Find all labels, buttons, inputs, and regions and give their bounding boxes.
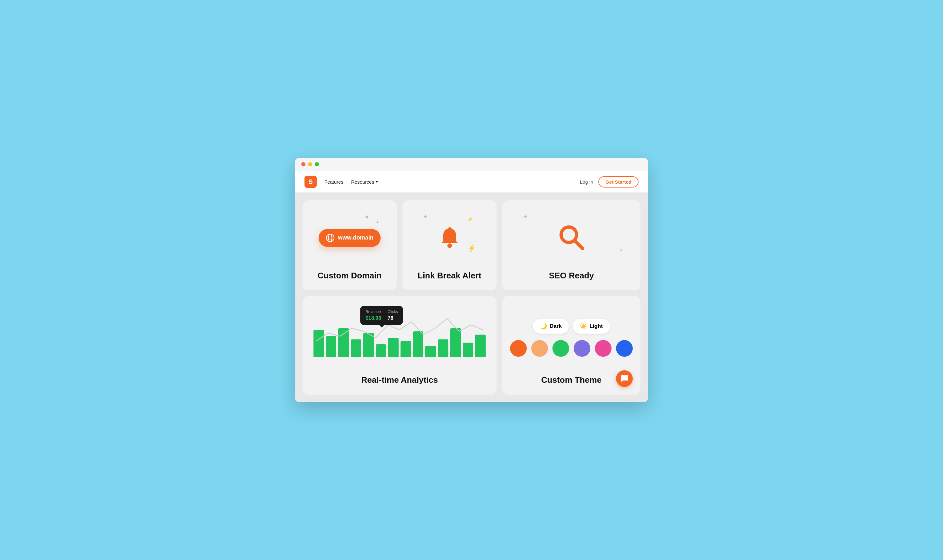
light-label: Light — [589, 323, 603, 329]
theme-content: 🌙 Dark ☀️ Light — [510, 306, 633, 370]
nav-left: S Features Resources — [305, 175, 378, 188]
custom-domain-icon-area: ✦ ✦ www.domain — [310, 210, 389, 266]
maximize-button[interactable] — [315, 162, 319, 166]
analytics-tooltip: Revenue $18.98 Clicks 78 — [360, 306, 403, 325]
chart-container: Revenue $18.98 Clicks 78 — [310, 306, 489, 370]
tooltip-clicks-col: Clicks 78 — [388, 309, 398, 321]
seo-icon-area: ✦ ✦ — [510, 210, 633, 266]
nav-right: Log In Get Started — [580, 176, 638, 188]
swatch-pink[interactable] — [595, 340, 612, 357]
theme-buttons: 🌙 Dark ☀️ Light — [533, 319, 609, 334]
link-break-icon-area: ✦ ⚡ ⚡ — [410, 210, 489, 266]
bar-5 — [363, 333, 374, 357]
custom-domain-title: Custom Domain — [318, 271, 382, 281]
chevron-down-icon — [375, 181, 378, 183]
chat-button[interactable] — [616, 370, 633, 387]
svg-point-5 — [448, 243, 452, 248]
link-break-title: Link Break Alert — [418, 271, 481, 281]
seo-ready-title: SEO Ready — [549, 271, 594, 281]
analytics-card: Revenue $18.98 Clicks 78 Real-time Analy… — [303, 296, 497, 395]
bar-12 — [450, 328, 461, 357]
domain-text: www.domain — [338, 234, 373, 241]
tooltip-clicks-value: 78 — [388, 315, 398, 321]
custom-theme-title: Custom Theme — [541, 375, 601, 385]
chat-icon — [620, 374, 629, 383]
tooltip-clicks-label: Clicks — [388, 309, 398, 314]
swatch-peach[interactable] — [531, 340, 548, 357]
swatch-orange[interactable] — [510, 340, 527, 357]
lightning-icon: ⚡ — [467, 216, 474, 223]
get-started-button[interactable]: Get Started — [598, 176, 638, 188]
lightning-icon-2: ⚡ — [467, 244, 477, 253]
search-icon — [555, 222, 588, 254]
close-button[interactable] — [301, 162, 305, 166]
navbar: S Features Resources Log In Get Started — [295, 171, 648, 193]
bar-14 — [475, 335, 486, 357]
tooltip-revenue-col: Revenue $18.98 — [366, 309, 381, 321]
analytics-title: Real-time Analytics — [362, 375, 438, 385]
dark-theme-button[interactable]: 🌙 Dark — [533, 319, 569, 334]
sparkle-icon-2: ✦ — [619, 248, 623, 253]
login-button[interactable]: Log In — [580, 179, 593, 185]
swatch-blue[interactable] — [616, 340, 633, 357]
svg-line-8 — [575, 240, 583, 249]
bell-container — [437, 225, 463, 251]
seo-ready-card: ✦ ✦ SEO Ready — [502, 200, 640, 290]
bar-1 — [314, 330, 324, 357]
bar-4 — [351, 339, 362, 357]
bell-icon — [437, 225, 463, 251]
link-break-alert-card: ✦ ⚡ ⚡ Link Break Alert — [403, 200, 497, 290]
custom-theme-card: 🌙 Dark ☀️ Light Custom T — [502, 296, 640, 395]
bar-2 — [326, 336, 337, 357]
swatch-purple[interactable] — [574, 340, 590, 357]
custom-domain-card: ✦ ✦ www.domain Custom Domain — [303, 200, 397, 290]
tooltip-revenue-value: $18.98 — [366, 315, 381, 321]
nav-resources-wrapper[interactable]: Resources — [351, 179, 378, 185]
nav-resources: Resources — [351, 179, 374, 185]
main-content: ✦ ✦ www.domain Custom Domain ✦ — [295, 193, 648, 402]
sparkle-icon: ✦ — [423, 213, 428, 220]
analytics-area: Revenue $18.98 Clicks 78 — [310, 306, 489, 370]
tooltip-revenue-label: Revenue — [366, 309, 381, 314]
minimize-button[interactable] — [308, 162, 312, 166]
bar-7 — [388, 338, 398, 357]
bar-10 — [425, 346, 436, 357]
titlebar — [295, 158, 648, 171]
sun-icon: ☀️ — [580, 323, 587, 330]
bar-6 — [376, 344, 386, 357]
swatch-green[interactable] — [552, 340, 569, 357]
dark-label: Dark — [549, 323, 562, 329]
bar-3 — [338, 328, 349, 357]
sparkle-icon: ✦ — [364, 213, 370, 222]
browser-window: S Features Resources Log In Get Started … — [295, 158, 648, 402]
color-swatches — [510, 340, 633, 357]
moon-icon: 🌙 — [540, 323, 547, 330]
light-theme-button[interactable]: ☀️ Light — [573, 319, 610, 334]
bar-9 — [413, 331, 424, 357]
sparkle-icon: ✦ — [375, 220, 379, 225]
bar-11 — [438, 339, 448, 357]
svg-point-6 — [448, 227, 452, 231]
bar-8 — [400, 341, 411, 357]
domain-pill: www.domain — [318, 229, 380, 247]
bar-13 — [463, 343, 474, 357]
globe-icon — [326, 234, 335, 242]
nav-features[interactable]: Features — [325, 179, 343, 185]
sparkle-icon: ✦ — [523, 213, 528, 220]
logo[interactable]: S — [305, 175, 317, 188]
